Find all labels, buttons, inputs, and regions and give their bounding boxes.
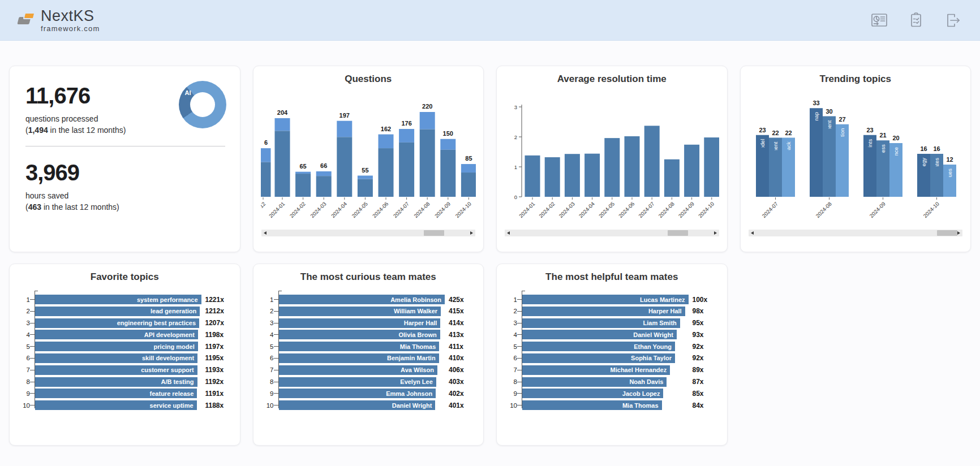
- rank-label: 9: [21, 390, 30, 397]
- svg-text:2024-07: 2024-07: [392, 201, 410, 219]
- rank-label: 1: [508, 296, 517, 303]
- most-curious-title: The most curious team mates: [253, 264, 484, 283]
- tasks-button[interactable]: [906, 10, 926, 31]
- svg-text:16: 16: [933, 145, 940, 152]
- ranked-bar: Liam Smith: [522, 318, 680, 328]
- favorite-topics-title: Favorite topics: [10, 264, 240, 283]
- svg-text:22: 22: [772, 130, 779, 136]
- axis-tick: [274, 358, 278, 359]
- rank-label: 7: [265, 366, 274, 373]
- svg-text:85: 85: [465, 155, 472, 162]
- svg-text:2024-05: 2024-05: [598, 201, 616, 219]
- most-curious-chart: 1Amelia Robinson425x2William Walker415x3…: [265, 291, 471, 410]
- svg-text:162: 162: [381, 126, 391, 132]
- scroll-right-icon[interactable]: [470, 231, 473, 235]
- header-actions: [869, 10, 963, 31]
- rank-label: 3: [265, 320, 274, 326]
- rank-label: 4: [265, 331, 274, 338]
- svg-text:2024-02: 2024-02: [538, 201, 556, 219]
- stacked-bar-top: [337, 121, 352, 137]
- avg-resolution-scrollbar[interactable]: [505, 230, 719, 236]
- bar-label: Daniel Wright: [392, 402, 436, 409]
- questions-title: Questions: [253, 66, 484, 85]
- bar-value: 1191x: [201, 390, 227, 398]
- bar-label: Harper Hall: [404, 320, 441, 326]
- bar: [684, 145, 699, 197]
- svg-text:2024-07: 2024-07: [760, 201, 779, 219]
- ranked-bar: Olivia Brown: [279, 330, 440, 339]
- bar-value: 98x: [689, 307, 715, 315]
- brand-title: NextKS: [41, 8, 100, 24]
- scroll-thumb[interactable]: [424, 230, 444, 236]
- bar: [545, 157, 560, 197]
- bar: [584, 154, 600, 197]
- bar-label: Ava Wilson: [401, 366, 437, 373]
- trending-topics-scrollbar[interactable]: [749, 230, 963, 236]
- bar-label: Olivia Brown: [398, 331, 440, 338]
- ranked-bar: Harper Hall: [279, 318, 441, 328]
- scroll-left-icon[interactable]: [264, 231, 267, 235]
- svg-text:2024-03: 2024-03: [309, 201, 327, 219]
- scroll-thumb[interactable]: [668, 230, 688, 236]
- bar: [565, 154, 580, 197]
- stacked-bar-top: [378, 135, 393, 149]
- rank-label: 3: [508, 320, 517, 326]
- bar-label: lead generation: [151, 308, 200, 314]
- avg-resolution-bar-chart: 01232024-012024-022024-032024-042024-052…: [504, 86, 719, 228]
- ranked-bar: pricing model: [35, 342, 198, 351]
- bar-label: Noah Davis: [629, 378, 667, 385]
- dashboard-page: NextKS framework.com: [0, 0, 980, 466]
- most-helpful-card: The most helpful team mates 1Lucas Marti…: [496, 264, 728, 446]
- ranked-bar: William Walker: [279, 307, 441, 316]
- reports-button[interactable]: [869, 11, 889, 30]
- bar-value: 100x: [689, 296, 715, 304]
- app-header: NextKS framework.com: [0, 0, 980, 41]
- svg-text:2024-05: 2024-05: [350, 201, 368, 219]
- hours-saved-label: hours saved: [25, 191, 225, 200]
- axis-tick: [30, 405, 35, 405]
- ranked-bar: service uptime: [35, 400, 197, 410]
- bar-value: 406x: [445, 366, 471, 374]
- axis-tick: [274, 393, 278, 394]
- bar-value: 401x: [445, 402, 471, 409]
- bar-value: 414x: [445, 319, 471, 327]
- brand-logo[interactable]: NextKS framework.com: [18, 8, 100, 32]
- svg-text:1: 1: [514, 164, 517, 170]
- rank-label: 10: [508, 402, 517, 409]
- svg-text:21: 21: [879, 132, 886, 139]
- scroll-left-icon[interactable]: [507, 231, 510, 235]
- rank-label: 6: [21, 355, 30, 361]
- scroll-left-icon[interactable]: [751, 231, 754, 235]
- bar-label: Mia Thomas: [400, 343, 440, 350]
- ranked-bar: system performance: [35, 295, 201, 304]
- svg-text:0: 0: [514, 194, 517, 200]
- svg-text:27: 27: [839, 116, 845, 123]
- ranked-bar: lead generation: [35, 307, 200, 316]
- dashboard-grid: AI 11,676 questions processed (1,494 in …: [0, 66, 980, 446]
- bar-label: Mia Thomas: [622, 402, 662, 409]
- ranked-bar: Ethan Young: [522, 342, 675, 351]
- list-item: 10service uptime1188x: [21, 400, 227, 410]
- bar-label: Amelia Robinson: [390, 296, 445, 303]
- bar-value: 92x: [689, 354, 715, 362]
- questions-scrollbar[interactable]: [261, 230, 476, 236]
- scroll-thumb[interactable]: [937, 230, 957, 236]
- svg-text:2024-06: 2024-06: [617, 201, 635, 219]
- rank-label: 8: [265, 378, 274, 385]
- list-item: 2Harper Hall98x: [508, 307, 715, 316]
- bar: [664, 159, 680, 197]
- ranked-bar: Ava Wilson: [279, 365, 437, 375]
- svg-text:220: 220: [422, 103, 432, 110]
- stacked-bar-top: [399, 129, 414, 143]
- svg-text:2024-02: 2024-02: [288, 201, 306, 219]
- bar-label: Lucas Martinez: [640, 296, 688, 303]
- stacked-bar-bottom: [337, 137, 352, 197]
- list-item: 3Liam Smith95x: [508, 318, 715, 328]
- logout-button[interactable]: [943, 11, 963, 30]
- axis-tick: [30, 334, 35, 335]
- axis-tick: [274, 370, 278, 370]
- stacked-bar-top: [261, 148, 271, 162]
- scroll-right-icon[interactable]: [957, 231, 960, 235]
- rank-label: 8: [21, 378, 30, 385]
- scroll-right-icon[interactable]: [714, 231, 717, 235]
